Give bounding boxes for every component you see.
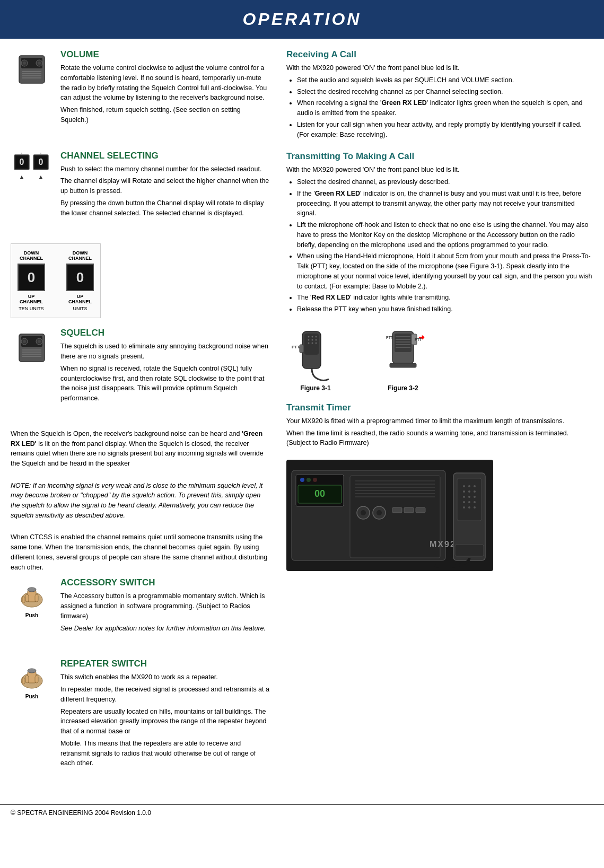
footer-text: © SPECTRA ENGINEERING 2004 Revision 1.0.… [11, 809, 151, 817]
repeater-para-1: This switch enables the MX920 to work as… [60, 672, 270, 682]
down-channel-label-left: DOWNCHANNEL [20, 250, 43, 261]
receiving-title: Receiving A Call [286, 49, 593, 60]
svg-point-98 [468, 490, 470, 493]
figure-3-2-container: ➜ PTT PTT Figure 3-2 [371, 326, 435, 392]
up-channel-label-left: UPCHANNEL [20, 294, 43, 304]
accessory-text-section: ACCESSORY SWITCH The Accessory button is… [60, 577, 270, 635]
svg-point-50 [316, 339, 317, 340]
accessory-title: ACCESSORY SWITCH [60, 577, 270, 588]
svg-point-103 [463, 501, 465, 503]
ten-units-col: DOWNCHANNEL 0 UPCHANNEL TEN UNITS [17, 250, 45, 311]
svg-text:▲: ▲ [38, 173, 44, 181]
svg-rect-66 [390, 363, 416, 367]
svg-point-49 [312, 339, 313, 340]
svg-point-29 [38, 340, 41, 343]
squelch-extra-body: When the Squelch is Open, the receiver's… [11, 429, 270, 573]
squelch-para-2: When no signal is received, rotate the S… [60, 364, 270, 404]
squelch-para-3: When the Squelch is Open, the receiver's… [11, 429, 270, 469]
svg-text:0: 0 [39, 157, 43, 166]
channel-icon: 0 0 ▲ ▲ ▼ ▼ [13, 153, 50, 187]
volume-title: VOLUME [60, 49, 270, 60]
accessory-section: Push ACCESSORY SWITCH The Accessory butt… [11, 577, 270, 647]
svg-point-45 [308, 336, 310, 337]
svg-text:▼: ▼ [20, 153, 24, 155]
svg-text:0: 0 [20, 157, 24, 166]
transmit-timer-body: Your MX920 is fitted with a preprogramme… [286, 416, 593, 448]
svg-rect-32 [25, 594, 29, 602]
accessory-para-2: See Dealer for application notes for fur… [60, 624, 270, 634]
channel-display-left: 0 [17, 264, 45, 291]
svg-point-94 [463, 485, 465, 487]
svg-point-46 [312, 336, 313, 337]
channel-body: Push to select the memory channel number… [60, 164, 270, 218]
receiving-intro: With the MX920 powered 'ON' the front pa… [286, 63, 593, 73]
squelch-icon-area [11, 328, 53, 366]
accessory-para-1: The Accessory button is a programmable m… [60, 591, 270, 621]
svg-point-87 [377, 510, 382, 515]
svg-point-7 [23, 62, 26, 65]
svg-text:PTT: PTT [386, 336, 393, 339]
transmit-bullet-4: When using the Hand-Held microphone, Hol… [297, 251, 593, 291]
channel-diagram-inner: DOWNCHANNEL 0 UPCHANNEL TEN UNITS DOWNCH… [17, 250, 94, 311]
squelch-note: NOTE: If an incoming signal is very weak… [11, 481, 270, 521]
figure-3-2-image: ➜ PTT PTT [371, 326, 435, 384]
repeater-icon [16, 661, 48, 692]
repeater-text-section: REPEATER SWITCH This switch enables the … [60, 659, 270, 770]
channel-para-2: The channel display will Rotate and sele… [60, 176, 270, 196]
svg-rect-39 [35, 676, 38, 683]
channel-icon-area: 0 0 ▲ ▲ ▼ ▼ [11, 151, 53, 187]
receiving-bullet-2: Select the desired receiving channel as … [297, 87, 593, 97]
volume-section: VOLUME Rotate the volume control clockwi… [11, 49, 270, 139]
repeater-para-4: Mobile. This means that the repeaters ar… [60, 739, 270, 768]
receiving-bullet-1: Set the audio and squelch levels as per … [297, 75, 593, 85]
svg-point-27 [23, 340, 26, 343]
transmitting-intro: With the MX920 powered 'ON' the front pa… [286, 165, 593, 175]
svg-point-53 [316, 342, 317, 344]
transmitting-bullets: Select the desired channel, as previousl… [297, 177, 593, 314]
squelch-text-section: SQUELCH The squelch is used to eliminate… [60, 328, 270, 406]
accessory-push-label: Push [25, 612, 38, 618]
accessory-icon [16, 580, 48, 611]
figure-3-1-image: PTT [286, 326, 345, 384]
svg-point-48 [308, 339, 310, 340]
squelch-body: The squelch is used to eliminate any ann… [60, 341, 270, 404]
squelch-ctcss: When CTCSS is enabled the channel remain… [11, 532, 270, 572]
svg-point-108 [474, 506, 476, 508]
transmitting-body: With the MX920 powered 'ON' the front pa… [286, 165, 593, 314]
svg-rect-88 [392, 507, 402, 513]
up-channel-label-right: UPCHANNEL [68, 294, 92, 304]
receiving-body: With the MX920 powered 'ON' the front pa… [286, 63, 593, 139]
channel-text-section: CHANNEL SELECTING Push to select the mem… [60, 151, 270, 221]
page-footer: © SPECTRA ENGINEERING 2004 Revision 1.0.… [0, 804, 604, 821]
repeater-title: REPEATER SWITCH [60, 659, 270, 669]
svg-point-52 [312, 342, 313, 344]
figure-3-2-label: Figure 3-2 [388, 384, 418, 392]
channel-display-right: 0 [66, 264, 94, 291]
svg-text:▼: ▼ [39, 153, 43, 155]
units-label: UNITS [73, 306, 87, 311]
transmit-bullet-2: If the 'Green RX LED' indicator is on, t… [297, 189, 593, 218]
svg-rect-33 [35, 594, 38, 602]
repeater-para-3: Repeaters are usually located on hills, … [60, 707, 270, 737]
receiving-bullets: Set the audio and squelch levels as per … [297, 75, 593, 140]
svg-point-105 [474, 501, 476, 503]
svg-point-106 [463, 506, 465, 508]
accessory-body: The Accessory button is a programmable m… [60, 591, 270, 633]
svg-text:PTT: PTT [292, 345, 300, 349]
channel-para-1: Push to select the memory channel number… [60, 164, 270, 174]
volume-icon-area [11, 49, 53, 87]
svg-rect-109 [455, 545, 484, 556]
mx920-image: 00 MX920 [286, 460, 493, 571]
squelch-title: SQUELCH [60, 328, 270, 338]
transmit-timer-para-1: Your MX920 is fitted with a preprogramme… [286, 416, 593, 426]
channel-section: 0 0 ▲ ▲ ▼ ▼ CHANNEL SELECTING Push to se… [11, 151, 270, 232]
svg-text:PTT: PTT [415, 338, 422, 341]
svg-point-95 [468, 485, 470, 487]
repeater-body: This switch enables the MX920 to work as… [60, 672, 270, 768]
svg-point-51 [308, 342, 310, 344]
receiving-bullet-4: Listen for your call sign when you hear … [297, 120, 593, 140]
svg-point-102 [474, 496, 476, 498]
volume-icon [14, 51, 50, 87]
receiving-section: Receiving A Call With the MX920 powered … [286, 49, 593, 139]
transmitting-section: Transmitting To Making A Call With the M… [286, 151, 593, 314]
